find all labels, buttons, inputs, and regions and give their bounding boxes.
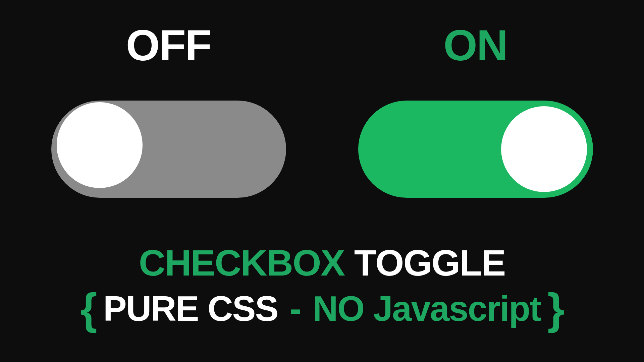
- title-dash: -: [290, 289, 301, 328]
- brace-close-icon: }: [547, 291, 564, 326]
- title-pure-css: PURE CSS: [103, 289, 278, 328]
- toggle-group-on: ON: [358, 20, 593, 198]
- title-section: CHECKBOX TOGGLE { PURE CSS - NO Javascri…: [80, 241, 564, 329]
- toggle-knob-icon: [501, 106, 587, 192]
- toggle-group-off: OFF: [51, 20, 286, 198]
- title-line-2: { PURE CSS - NO Javascript }: [80, 289, 564, 329]
- brace-open-icon: {: [80, 291, 97, 326]
- title-no-javascript: NO Javascript: [313, 289, 541, 328]
- toggle-knob-icon: [57, 102, 143, 188]
- title-line-1: CHECKBOX TOGGLE: [80, 241, 564, 284]
- toggle-switch-on[interactable]: [358, 101, 593, 198]
- toggle-on-label: ON: [443, 20, 507, 70]
- toggle-row: OFF ON: [51, 20, 593, 198]
- toggle-off-label: OFF: [126, 20, 211, 70]
- toggle-switch-off[interactable]: [51, 101, 286, 198]
- title-word-toggle: TOGGLE: [354, 242, 505, 283]
- title-word-checkbox: CHECKBOX: [139, 242, 345, 283]
